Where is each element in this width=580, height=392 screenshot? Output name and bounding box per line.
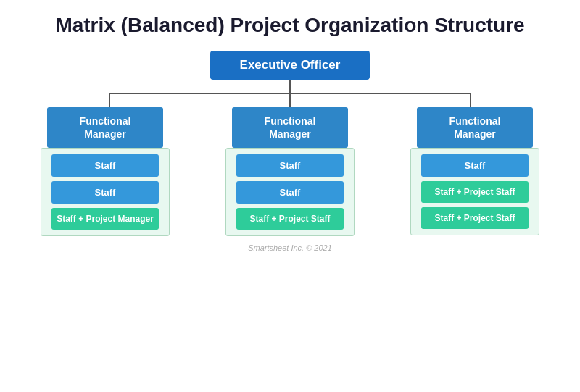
page-title: Matrix (Balanced) Project Organization S… xyxy=(55,13,524,38)
project-box-3a: Staff + Project Staff xyxy=(421,181,529,203)
column-1: FunctionalManager Staff Staff Staff + Pr… xyxy=(29,107,181,236)
column-3: FunctionalManager Staff Staff + Project … xyxy=(399,107,551,236)
project-box-2: Staff + Project Staff xyxy=(236,208,344,230)
func-mgr-box-2: FunctionalManager xyxy=(232,107,348,148)
func-mgr-box-1: FunctionalManager xyxy=(47,107,163,148)
exec-officer-box: Executive Officer xyxy=(210,51,370,80)
col-content-3: Staff Staff + Project Staff Staff + Proj… xyxy=(410,148,539,235)
col-content-1: Staff Staff Staff + Project Manager xyxy=(41,148,170,236)
staff-box-2-1: Staff xyxy=(236,154,344,177)
branch-v-right xyxy=(470,94,471,107)
staff-box-2-2: Staff xyxy=(236,181,344,204)
project-box-3b: Staff + Project Staff xyxy=(421,207,529,229)
exec-connector xyxy=(14,80,566,107)
h-line-top xyxy=(109,93,471,94)
column-2: FunctionalManager Staff Staff Staff + Pr… xyxy=(214,107,366,236)
columns-row: FunctionalManager Staff Staff Staff + Pr… xyxy=(29,107,551,236)
func-mgr-box-3: FunctionalManager xyxy=(417,107,533,148)
staff-box-1-2: Staff xyxy=(51,181,159,204)
org-chart: Executive Officer FunctionalManager Staf… xyxy=(14,51,566,236)
watermark: Smartsheet Inc. © 2021 xyxy=(248,243,332,252)
page-wrapper: Matrix (Balanced) Project Organization S… xyxy=(0,0,580,392)
branch-connectors xyxy=(109,94,471,107)
project-box-1: Staff + Project Manager xyxy=(51,208,159,230)
staff-box-1-1: Staff xyxy=(51,154,159,177)
col-content-2: Staff Staff Staff + Project Staff xyxy=(225,148,355,236)
exec-v-line xyxy=(289,80,291,93)
staff-box-3-1: Staff xyxy=(421,154,529,177)
branch-v-center xyxy=(289,94,291,107)
branch-v-left xyxy=(109,94,110,107)
